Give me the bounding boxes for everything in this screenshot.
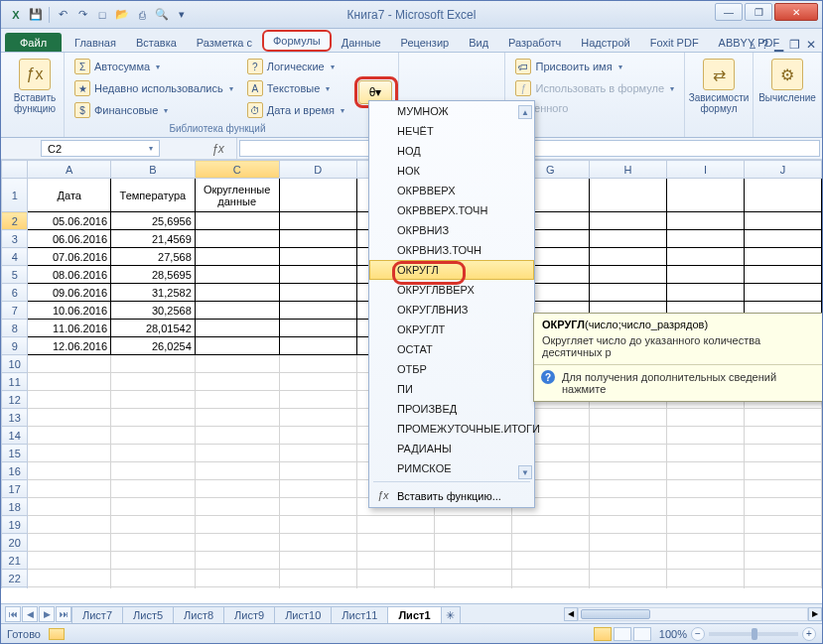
cell-empty[interactable] — [28, 480, 111, 498]
macro-record-icon[interactable] — [49, 628, 65, 640]
menu-item-МУМНОЖ[interactable]: МУМНОЖ — [369, 101, 534, 121]
cell-empty[interactable] — [589, 266, 666, 284]
cell-A3[interactable]: 06.06.2016 — [28, 230, 111, 248]
row-header-7[interactable]: 7 — [2, 302, 28, 320]
close-button[interactable]: ✕ — [774, 3, 818, 21]
menu-item-ПРОИЗВЕД[interactable]: ПРОИЗВЕД — [369, 399, 534, 419]
menu-item-ОКРВНИЗ.ТОЧН[interactable]: ОКРВНИЗ.ТОЧН — [369, 240, 534, 260]
dropdown-scrollbar[interactable]: ▲ ▼ — [518, 105, 532, 479]
row-header-3[interactable]: 3 — [2, 230, 28, 248]
cell-C9[interactable] — [195, 337, 279, 355]
cell-A1[interactable]: Дата — [28, 179, 111, 212]
qat-dropdown-icon[interactable]: ▾ — [173, 6, 191, 24]
cell-empty[interactable] — [279, 230, 356, 248]
cell-empty[interactable] — [667, 266, 745, 284]
sheet-tab-new[interactable]: ✳ — [441, 606, 461, 624]
cell-empty[interactable] — [195, 552, 279, 570]
cell-C4[interactable] — [195, 248, 279, 266]
tooltip-help-link[interactable]: Для получения дополнительных сведений на… — [534, 364, 822, 401]
cell-empty[interactable] — [28, 391, 111, 409]
cell-empty[interactable] — [744, 570, 821, 587]
cell-empty[interactable] — [589, 179, 666, 212]
cell-B6[interactable]: 31,2582 — [111, 284, 196, 302]
sheet-nav-prev-icon[interactable]: ◀ — [22, 606, 38, 622]
row-header-4[interactable]: 4 — [2, 248, 28, 266]
tab-file[interactable]: Файл — [5, 33, 62, 52]
col-header-I[interactable]: I — [667, 161, 745, 179]
menu-item-ОКРВВЕРХ.ТОЧН[interactable]: ОКРВВЕРХ.ТОЧН — [369, 200, 534, 220]
name-box[interactable]: C2▾ — [41, 140, 160, 157]
recent-button[interactable]: ★Недавно использовались▾ — [70, 78, 237, 98]
view-pagelayout-icon[interactable] — [614, 627, 631, 641]
tab-formulas[interactable]: Формулы — [262, 30, 332, 52]
menu-item-НОД[interactable]: НОД — [369, 141, 534, 161]
cell-empty[interactable] — [279, 373, 356, 391]
cell-empty[interactable] — [111, 355, 196, 373]
menu-item-ПРОМЕЖУТОЧНЫЕ.ИТОГИ[interactable]: ПРОМЕЖУТОЧНЫЕ.ИТОГИ — [369, 419, 534, 439]
cell-empty[interactable] — [744, 248, 821, 266]
cell-C6[interactable] — [195, 284, 279, 302]
menu-insert-function[interactable]: Вставить функцию... — [369, 485, 534, 507]
maximize-button[interactable]: ❐ — [745, 3, 772, 21]
cell-empty[interactable] — [667, 552, 745, 570]
cell-C2[interactable] — [195, 212, 279, 230]
cell-empty[interactable] — [279, 248, 356, 266]
cell-empty[interactable] — [279, 534, 356, 552]
cell-empty[interactable] — [28, 552, 111, 570]
sheet-tab-Лист5[interactable]: Лист5 — [122, 606, 174, 624]
save-icon[interactable]: 💾 — [27, 6, 45, 24]
hscroll-thumb[interactable] — [581, 609, 650, 619]
cell-empty[interactable] — [744, 230, 821, 248]
tab-developer[interactable]: Разработч — [498, 33, 571, 52]
cell-empty[interactable] — [28, 409, 111, 427]
cell-empty[interactable] — [356, 534, 434, 552]
cell-empty[interactable] — [511, 516, 589, 534]
doc-max-icon[interactable]: ❐ — [789, 38, 800, 52]
text-button[interactable]: AТекстовые▾ — [243, 78, 348, 98]
tab-foxit[interactable]: Foxit PDF — [640, 33, 709, 52]
cell-empty[interactable] — [195, 462, 279, 480]
menu-item-РИМСКОЕ[interactable]: РИМСКОЕ — [369, 458, 534, 478]
cell-empty[interactable] — [111, 587, 196, 589]
cell-empty[interactable] — [279, 480, 356, 498]
cell-empty[interactable] — [744, 427, 821, 445]
cell-empty[interactable] — [279, 302, 356, 320]
cell-empty[interactable] — [279, 179, 356, 212]
cell-empty[interactable] — [195, 445, 279, 462]
tab-data[interactable]: Данные — [332, 33, 391, 52]
cell-empty[interactable] — [667, 179, 745, 212]
col-header-B[interactable]: B — [111, 161, 196, 179]
sheet-tab-Лист9[interactable]: Лист9 — [223, 606, 275, 624]
cell-B4[interactable]: 27,568 — [111, 248, 196, 266]
cell-empty[interactable] — [195, 355, 279, 373]
row-header-1[interactable]: 1 — [2, 179, 28, 212]
hscroll-right-icon[interactable]: ▶ — [808, 607, 822, 621]
cell-B1[interactable]: Температура — [111, 179, 196, 212]
menu-item-ОКРВВЕРХ[interactable]: ОКРВВЕРХ — [369, 181, 534, 200]
cell-empty[interactable] — [28, 373, 111, 391]
cell-empty[interactable] — [111, 498, 196, 516]
view-normal-icon[interactable] — [594, 627, 612, 641]
cell-empty[interactable] — [589, 552, 666, 570]
row-header-23[interactable]: 23 — [2, 587, 28, 589]
tab-addins[interactable]: Надстрой — [571, 33, 639, 52]
row-header-16[interactable]: 16 — [2, 462, 28, 480]
cell-empty[interactable] — [589, 516, 666, 534]
scroll-down-icon[interactable]: ▼ — [518, 465, 532, 479]
menu-item-НОК[interactable]: НОК — [369, 161, 534, 181]
cell-empty[interactable] — [195, 480, 279, 498]
row-header-18[interactable]: 18 — [2, 498, 28, 516]
menu-item-ОКРУГЛВНИЗ[interactable]: ОКРУГЛВНИЗ — [369, 300, 534, 320]
row-header-10[interactable]: 10 — [2, 355, 28, 373]
zoom-slider[interactable] — [709, 632, 798, 636]
sheet-nav-first-icon[interactable]: ⏮ — [5, 606, 21, 622]
cell-empty[interactable] — [589, 498, 666, 516]
cell-empty[interactable] — [111, 552, 196, 570]
zoom-level[interactable]: 100% — [659, 628, 687, 640]
cell-empty[interactable] — [667, 248, 745, 266]
cell-empty[interactable] — [28, 570, 111, 587]
cell-empty[interactable] — [744, 266, 821, 284]
cell-empty[interactable] — [111, 480, 196, 498]
tab-home[interactable]: Главная — [65, 33, 126, 52]
row-header-12[interactable]: 12 — [2, 391, 28, 409]
